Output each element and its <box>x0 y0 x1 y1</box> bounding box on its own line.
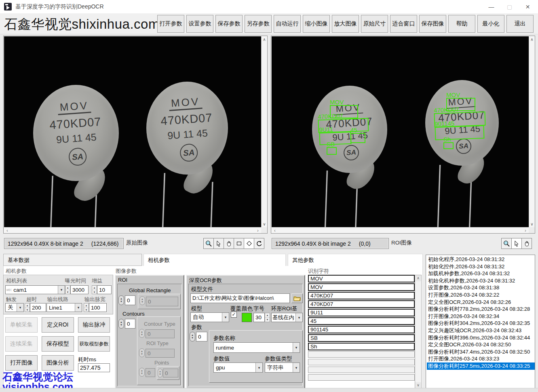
spinner-icon[interactable]: ▲▼ <box>92 285 97 294</box>
zoom-tool-button[interactable] <box>501 238 512 249</box>
spinner-icon[interactable]: ▲▼ <box>65 285 70 294</box>
scroll-up-icon[interactable]: ∧ <box>261 36 268 42</box>
original-image-canvas[interactable]: MOV 470KD07 9U 11 45 SA MOV 470KD07 9U 1… <box>4 36 261 227</box>
vertical-scrollbar[interactable]: ∧∨ <box>529 36 535 227</box>
recognized-list-scrollbar[interactable]: ∧ ∨ <box>415 275 422 389</box>
pulse-width-stepper[interactable]: ▲▼ 100 <box>84 303 107 312</box>
chevron-down-icon[interactable]: ▾ <box>75 303 82 312</box>
pan-tool-button[interactable] <box>224 238 234 249</box>
output-pulse-button[interactable]: 输出脉冲 <box>78 317 110 333</box>
log-entry[interactable]: 初始化程序,2026-03-24 08:31:32 <box>427 256 535 263</box>
recognized-item[interactable]: SB <box>308 334 415 342</box>
exit-button[interactable]: 退出 <box>506 15 534 33</box>
horizontal-scrollbar[interactable]: ‹› <box>272 227 529 233</box>
chevron-down-icon[interactable]: ▾ <box>222 313 229 322</box>
scroll-left-icon[interactable]: ‹ <box>4 228 11 234</box>
recognized-item[interactable]: 9U11 <box>308 309 415 316</box>
gain-stepper[interactable]: ▲▼ 10 <box>92 285 112 294</box>
global-rect-index[interactable]: 0 <box>125 295 135 305</box>
spinner-icon[interactable]: ▲▼ <box>265 313 270 322</box>
log-entry[interactable]: 图像分析耗时778.2ms,2026-03-24 08:32:28 <box>427 306 535 313</box>
fontsize-value[interactable]: 30 <box>253 313 265 322</box>
auto-run-button[interactable]: 自动运行 <box>274 15 301 33</box>
scroll-down-icon[interactable]: ∨ <box>261 221 268 227</box>
diamond-tool-button[interactable] <box>244 238 254 249</box>
log-entry[interactable]: 定义全图OCR,2026-03-24 08:32:50 <box>427 341 535 348</box>
save-model-button[interactable]: 保存模型 <box>42 336 74 352</box>
pulse-width-value[interactable]: 100 <box>89 303 107 312</box>
params-index[interactable]: 0 <box>196 332 207 341</box>
tab-other-params[interactable]: 其他参数 <box>288 254 423 266</box>
chevron-down-icon[interactable]: ▾ <box>293 343 300 352</box>
camera-select[interactable]: I/O cam1 ▾ <box>5 285 65 294</box>
contours-index[interactable]: 0 <box>125 319 135 329</box>
model-select[interactable]: 自动 ▾ <box>190 312 229 322</box>
browse-folder-button[interactable] <box>291 293 303 303</box>
log-entry[interactable]: 初始化控件,2026-03-24 08:31:32 <box>427 263 535 270</box>
zoom-tool-button[interactable] <box>203 238 214 249</box>
contours-index-spinner[interactable]: ▲▼ <box>118 319 124 329</box>
log-entry[interactable]: 打开图像,2026-03-24 08:32:22 <box>427 291 535 299</box>
log-entry[interactable]: 初始化机种参数,2026-03-24 08:31:32 <box>427 277 535 285</box>
log-entry[interactable]: 定义全图OCR,2026-03-24 08:32:26 <box>427 299 535 306</box>
log-entry[interactable]: 定义兴趣区域OCR,2026-03-24 08:32:43 <box>427 327 535 334</box>
roi-image-canvas[interactable]: MOV 470KD07 9U 11 45 SA MOV 470KD07 9U 1… <box>272 36 529 227</box>
chevron-down-icon[interactable]: ▾ <box>293 363 300 372</box>
get-model-params-button[interactable]: 获取模型参数 <box>78 336 110 352</box>
recognized-item[interactable]: MOV <box>308 275 415 282</box>
zoom-in-button[interactable]: 放大图像 <box>332 15 359 33</box>
params-index-spinner[interactable]: ▲▼ <box>190 332 195 341</box>
log-entry[interactable]: 打开图像,2026-03-24 08:32:34 <box>427 313 535 320</box>
open-params-button[interactable]: 打开参数 <box>157 15 184 33</box>
recognized-item[interactable]: Sh <box>308 343 415 350</box>
timeout-stepper[interactable]: ▲▼ 200 <box>25 303 46 312</box>
scroll-up-icon[interactable]: ∧ <box>529 36 535 42</box>
param-value-select[interactable]: gpu ▾ <box>213 362 263 373</box>
chevron-down-icon[interactable]: ▾ <box>58 286 65 294</box>
exposure-value[interactable]: 3000 <box>70 285 89 294</box>
saveas-params-button[interactable]: 另存参数 <box>245 15 272 33</box>
model-file-input[interactable]: D:\工作文档\网站文章\图像\Halcon\ <box>190 293 290 303</box>
minimize-app-button[interactable]: 最小化 <box>477 15 504 33</box>
define-roi-button[interactable]: 定义ROI <box>42 317 74 333</box>
output-line-select[interactable]: Line1 ▾ <box>46 303 82 312</box>
gain-value[interactable]: 10 <box>97 285 112 294</box>
chevron-down-icon[interactable]: ▾ <box>17 303 23 312</box>
scroll-down-icon[interactable]: ∨ <box>529 221 535 227</box>
log-entry[interactable]: 图像分析耗时347.4ms,2026-03-24 08:32:50 <box>427 348 535 356</box>
close-button[interactable]: ✕ <box>519 0 537 13</box>
fontsize-stepper[interactable]: 30 ▲▼ <box>253 313 270 322</box>
param-type-select[interactable]: 字符串 ▾ <box>265 362 300 373</box>
recognized-item[interactable]: 901145 <box>308 326 415 333</box>
exposure-stepper[interactable]: ▲▼ 3000 <box>65 285 89 294</box>
horizontal-scrollbar[interactable]: ‹› <box>4 227 261 233</box>
save-params-button[interactable]: 保存参数 <box>215 15 243 33</box>
scroll-down-icon[interactable]: ∨ <box>415 382 421 388</box>
save-image-button[interactable]: 保存图像 <box>419 15 446 33</box>
trigger-select[interactable]: 关 ▾ <box>5 303 24 312</box>
scroll-right-icon[interactable]: › <box>255 228 261 234</box>
log-entry[interactable]: 图像分析耗时304.2ms,2026-03-24 08:32:35 <box>427 320 535 327</box>
recognized-item[interactable]: MOV <box>308 283 415 291</box>
recognized-item[interactable]: 470KD07 <box>308 292 415 299</box>
log-entry-selected[interactable]: 图像分析耗时257.5ms,2026-03-24 08:33:25 <box>427 362 535 370</box>
log-entry[interactable]: 设置参数,2026-03-24 08:31:38 <box>427 284 535 291</box>
spinner-icon[interactable]: ▲▼ <box>84 303 89 312</box>
scroll-up-icon[interactable]: ∧ <box>415 275 421 281</box>
analyze-image-button[interactable]: 图像分析 <box>42 355 74 371</box>
minimize-button[interactable]: — <box>482 0 500 13</box>
help-button[interactable]: 帮助 <box>448 15 475 33</box>
global-rect-index-spinner[interactable]: ▲▼ <box>118 295 124 305</box>
pan-tool-button[interactable] <box>521 238 532 249</box>
recognized-item[interactable]: 45 <box>308 317 415 325</box>
log-entry[interactable]: 图像分析耗时396.0ms,2026-03-24 08:32:44 <box>427 334 535 341</box>
tab-basic-data[interactable]: 基本数据 <box>3 254 142 266</box>
cursor-tool-button[interactable] <box>213 238 224 249</box>
rectangle-tool-button[interactable] <box>234 238 244 249</box>
spinner-icon[interactable]: ▲▼ <box>25 303 30 312</box>
set-params-button[interactable]: 设置参数 <box>186 15 213 33</box>
log-entry[interactable]: 加载机种参数,2026-03-24 08:31:32 <box>427 270 535 277</box>
chevron-down-icon[interactable]: ▾ <box>295 313 302 322</box>
scroll-right-icon[interactable]: › <box>522 228 529 234</box>
original-size-button[interactable]: 原始尺寸 <box>361 15 388 33</box>
